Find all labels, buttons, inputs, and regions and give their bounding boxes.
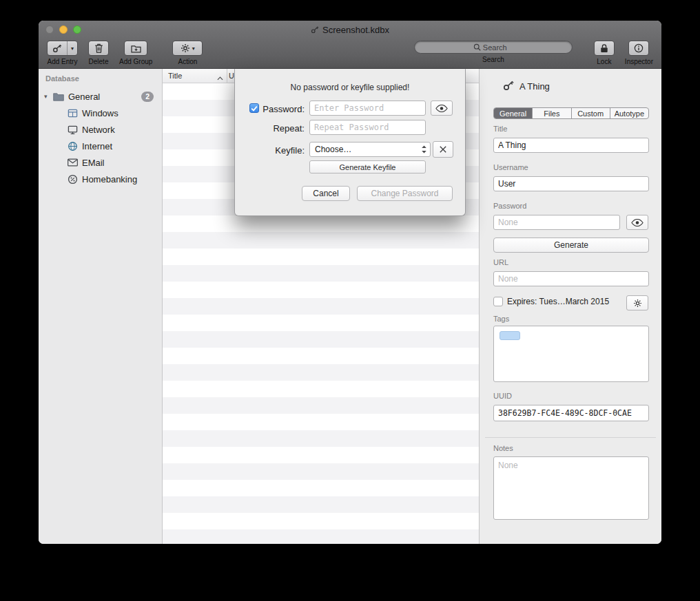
title-field[interactable] <box>493 138 649 153</box>
url-field[interactable] <box>493 271 649 286</box>
toolbar-item-action: ▾ Action <box>172 41 203 65</box>
generate-password-button[interactable]: Generate <box>493 238 649 253</box>
notes-field[interactable] <box>493 456 649 520</box>
windows-icon <box>66 108 79 118</box>
change-password-dialog: No password or keyfile supplied! Passwor… <box>234 69 466 216</box>
tab-autotype[interactable]: Autotype <box>610 108 648 118</box>
action-button[interactable]: ▾ <box>172 41 203 56</box>
group-label: Network <box>82 125 115 135</box>
eye-icon <box>631 219 644 226</box>
eye-icon <box>435 105 448 112</box>
zoom-button[interactable] <box>73 25 81 34</box>
dialog-password-input[interactable] <box>309 101 426 116</box>
lock-button[interactable] <box>594 41 615 56</box>
toolbar-item-delete: Delete <box>88 41 109 65</box>
dialog-repeat-input[interactable] <box>309 120 426 135</box>
inspector-panel: A Thing General Files Custom Autotype Ti… <box>479 69 661 544</box>
entry-title: A Thing <box>519 81 550 92</box>
envelope-icon <box>66 158 79 167</box>
expires-checkbox[interactable] <box>493 297 503 306</box>
inspector-label: Inspector <box>625 58 653 65</box>
column-divider[interactable] <box>227 69 227 83</box>
percent-coin-icon <box>66 174 79 184</box>
traffic-lights <box>45 25 81 34</box>
toolbar-item-lock: Lock <box>594 41 615 65</box>
divider <box>485 437 656 438</box>
password-field[interactable] <box>493 215 620 230</box>
show-password-button[interactable] <box>626 215 648 230</box>
search-icon <box>473 43 481 51</box>
folder-icon <box>52 92 65 101</box>
uuid-field[interactable] <box>493 405 649 421</box>
disclosure-triangle-icon[interactable]: ▾ <box>44 93 52 100</box>
uuid-label: UUID <box>493 392 512 400</box>
close-button[interactable] <box>45 25 54 34</box>
app-window: Screenshot.kdbx ▾ Add Entry <box>39 21 661 544</box>
username-field[interactable] <box>493 176 649 191</box>
minimize-button[interactable] <box>59 25 68 34</box>
sidebar-group-general[interactable]: ▾ General 2 <box>39 88 162 105</box>
sidebar-group-windows[interactable]: Windows <box>39 105 162 121</box>
toolbar-item-search: Search <box>414 41 573 63</box>
window-content: Database ▾ General 2 Windows Networ <box>39 69 661 544</box>
clear-keyfile-button[interactable] <box>433 141 453 158</box>
title-field-label: Title <box>493 125 507 133</box>
check-icon <box>251 105 258 112</box>
document-key-icon <box>311 25 319 34</box>
tags-field[interactable] <box>493 326 649 382</box>
column-header-title[interactable]: Title <box>168 72 182 80</box>
key-icon <box>503 80 514 94</box>
username-field-label: Username <box>493 163 528 171</box>
dialog-message: No password or keyfile supplied! <box>235 83 465 92</box>
globe-icon <box>66 141 79 151</box>
chevron-down-icon: ▾ <box>192 45 195 52</box>
change-password-button[interactable]: Change Password <box>357 186 453 201</box>
group-label: Windows <box>82 108 119 118</box>
toolbar-item-add-entry: ▾ Add Entry <box>47 41 78 65</box>
add-group-button[interactable] <box>124 41 147 56</box>
cancel-button[interactable]: Cancel <box>302 186 350 201</box>
stepper-arrows-icon <box>421 145 427 154</box>
expires-label: Expires: Tues…March 2015 <box>507 297 609 306</box>
chevron-down-icon[interactable]: ▾ <box>67 41 77 55</box>
dialog-password-label: Password: <box>262 104 305 114</box>
add-group-label: Add Group <box>119 58 152 65</box>
tab-general[interactable]: General <box>494 108 533 118</box>
lock-icon <box>600 43 608 53</box>
expires-row: Expires: Tues…March 2015 <box>493 297 609 306</box>
sidebar-group-internet[interactable]: Internet <box>39 138 162 154</box>
monitor-icon <box>66 125 79 135</box>
password-field-label: Password <box>493 202 526 210</box>
entry-count-badge: 2 <box>141 92 154 102</box>
toolbar: ▾ Add Entry Delete Add Group <box>39 39 661 69</box>
password-checkbox[interactable] <box>249 103 259 113</box>
add-entry-label: Add Entry <box>48 58 78 65</box>
inspector-button[interactable] <box>628 41 649 56</box>
gear-icon <box>181 43 190 53</box>
sidebar-group-email[interactable]: EMail <box>39 154 162 171</box>
delete-button[interactable] <box>88 41 109 56</box>
inspector-tabs: General Files Custom Autotype <box>493 107 649 119</box>
group-label: Internet <box>82 141 112 151</box>
dialog-keyfile-label: Keyfile: <box>275 145 305 156</box>
tab-files[interactable]: Files <box>533 108 571 118</box>
generate-keyfile-button[interactable]: Generate Keyfile <box>309 160 426 173</box>
action-label: Action <box>178 58 197 65</box>
keyfile-dropdown[interactable]: Choose… <box>309 142 431 157</box>
dialog-repeat-label: Repeat: <box>273 123 305 134</box>
search-input[interactable] <box>483 43 513 52</box>
add-entry-button[interactable]: ▾ <box>47 41 78 56</box>
folder-plus-icon <box>131 44 141 53</box>
dialog-show-password-button[interactable] <box>431 101 453 116</box>
lock-label: Lock <box>597 58 611 65</box>
sidebar-group-homebanking[interactable]: Homebanking <box>39 171 162 187</box>
trash-icon <box>94 43 103 53</box>
search-field[interactable] <box>414 41 573 54</box>
tags-label: Tags <box>493 315 509 323</box>
tab-custom[interactable]: Custom <box>572 108 610 118</box>
sidebar-group-network[interactable]: Network <box>39 121 162 138</box>
expires-settings-button[interactable] <box>626 295 648 310</box>
notes-label: Notes <box>493 444 513 452</box>
tag-chip[interactable] <box>500 331 520 340</box>
group-label: EMail <box>82 158 105 168</box>
